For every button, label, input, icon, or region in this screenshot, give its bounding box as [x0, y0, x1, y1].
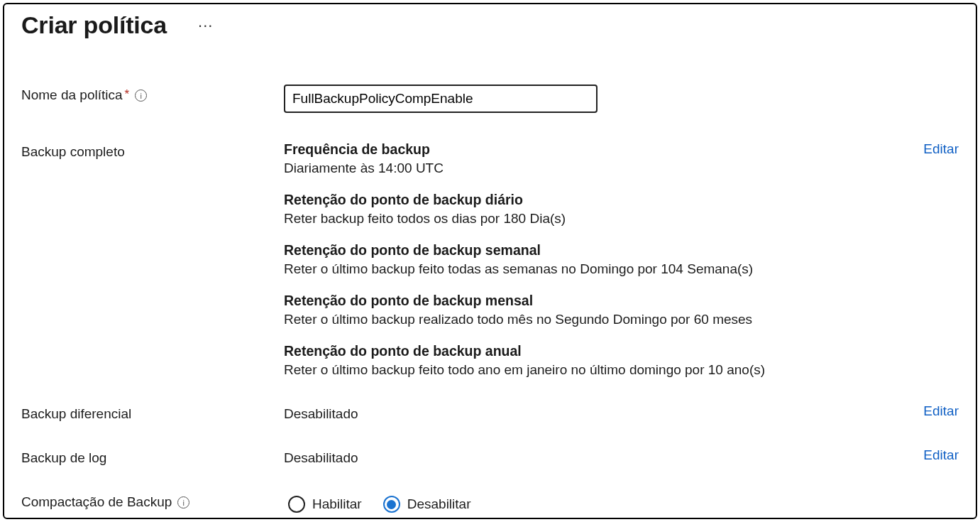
- weekly-retention-title: Retenção do ponto de backup semanal: [284, 242, 909, 259]
- radio-circle-icon: [288, 496, 305, 513]
- page-title: Criar política: [21, 11, 167, 39]
- edit-log-backup-link[interactable]: Editar: [909, 447, 959, 466]
- form: Nome da política * i Backup completo Fre…: [21, 85, 959, 513]
- spacer: [284, 466, 909, 491]
- enable-radio-label: Habilitar: [312, 496, 362, 512]
- diff-backup-status: Desabilitado: [284, 403, 909, 422]
- log-backup-label-text: Backup de log: [21, 450, 106, 466]
- radio-circle-selected-icon: [383, 496, 400, 513]
- compression-enable-radio[interactable]: Habilitar: [288, 496, 362, 513]
- edit-diff-backup-link[interactable]: Editar: [909, 403, 959, 422]
- diff-backup-label: Backup diferencial: [21, 403, 284, 422]
- full-backup-label-text: Backup completo: [21, 144, 125, 160]
- info-icon[interactable]: i: [177, 496, 189, 509]
- daily-retention-title: Retenção do ponto de backup diário: [284, 192, 909, 208]
- panel-header: Criar política ···: [21, 11, 959, 39]
- log-backup-status: Desabilitado: [284, 447, 909, 466]
- spacer: [21, 378, 284, 403]
- spacer: [909, 378, 959, 403]
- spacer: [909, 491, 959, 513]
- compression-radio-group: Habilitar Desabilitar: [284, 491, 909, 513]
- full-backup-details: Frequência de backup Diariamente às 14:0…: [284, 141, 909, 378]
- monthly-retention-value: Reter o último backup realizado todo mês…: [284, 312, 909, 327]
- yearly-retention-title: Retenção do ponto de backup anual: [284, 343, 909, 359]
- spacer: [21, 422, 284, 447]
- weekly-retention-value: Reter o último backup feito todas as sem…: [284, 261, 909, 277]
- policy-name-label: Nome da política * i: [21, 85, 284, 141]
- log-backup-label: Backup de log: [21, 447, 284, 466]
- backup-frequency-value: Diariamente às 14:00 UTC: [284, 161, 909, 176]
- radio-dot-icon: [387, 500, 396, 509]
- full-backup-label: Backup completo: [21, 141, 284, 378]
- policy-name-label-text: Nome da política: [21, 87, 123, 103]
- spacer: [284, 422, 909, 447]
- spacer: [284, 378, 909, 403]
- edit-full-backup-link[interactable]: Editar: [909, 141, 959, 378]
- spacer: [21, 466, 284, 491]
- compression-label: Compactação de Backup i: [21, 491, 284, 513]
- spacer: [909, 466, 959, 491]
- policy-name-cell: [284, 85, 909, 141]
- policy-name-input[interactable]: [284, 85, 598, 113]
- info-icon[interactable]: i: [135, 89, 147, 102]
- backup-frequency-title: Frequência de backup: [284, 141, 909, 158]
- compression-disable-radio[interactable]: Desabilitar: [383, 496, 471, 513]
- monthly-retention-title: Retenção do ponto de backup mensal: [284, 293, 909, 309]
- spacer: [909, 422, 959, 447]
- more-actions-icon[interactable]: ···: [198, 16, 213, 35]
- yearly-retention-value: Reter o último backup feito todo ano em …: [284, 362, 909, 378]
- create-policy-panel: Criar política ··· Nome da política * i …: [3, 3, 977, 519]
- diff-backup-label-text: Backup diferencial: [21, 406, 131, 422]
- spacer: [909, 85, 959, 141]
- daily-retention-value: Reter backup feito todos os dias por 180…: [284, 211, 909, 227]
- required-asterisk: *: [125, 87, 130, 102]
- disable-radio-label: Desabilitar: [407, 496, 471, 512]
- compression-label-text: Compactação de Backup: [21, 494, 172, 510]
